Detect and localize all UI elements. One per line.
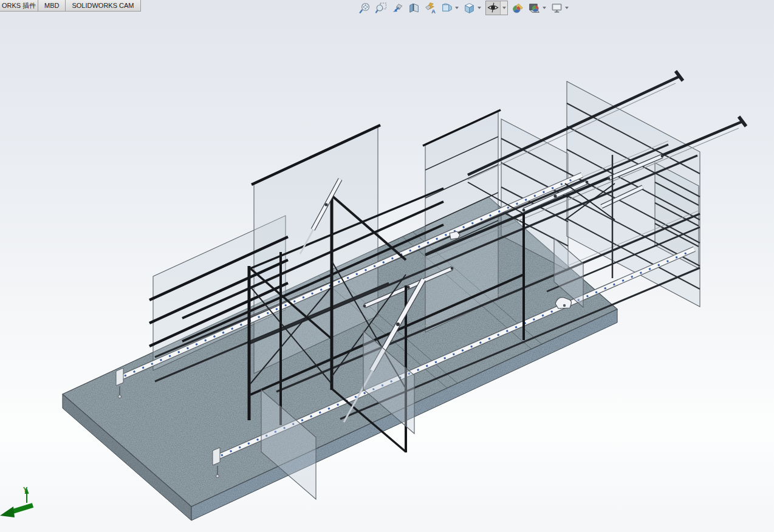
- graphics-viewport[interactable]: Y: [0, 0, 774, 532]
- hide-show-items-group: [485, 1, 508, 15]
- previous-view-icon[interactable]: [391, 2, 404, 15]
- zoom-to-fit-icon[interactable]: [358, 2, 371, 15]
- triad-y-label: Y: [23, 486, 28, 493]
- tab-mbd[interactable]: MBD: [38, 0, 66, 12]
- apply-scene-icon[interactable]: [528, 2, 541, 15]
- orientation-triad: Y: [0, 486, 33, 517]
- tab-solidworks-cam[interactable]: SOLIDWORKS CAM: [66, 0, 140, 12]
- view-orientation-dropdown[interactable]: [455, 7, 459, 9]
- apply-scene-dropdown[interactable]: [543, 7, 546, 9]
- tab-solidworks-addins[interactable]: ORKS 插件: [0, 0, 38, 12]
- heads-up-view-toolbar: A: [357, 1, 571, 15]
- dynamic-annotation-views-icon[interactable]: A: [424, 2, 437, 15]
- edit-appearance-icon[interactable]: [512, 2, 524, 15]
- hide-show-items-dropdown[interactable]: [500, 1, 507, 15]
- svg-text:A: A: [431, 7, 436, 14]
- view-settings-icon[interactable]: [550, 2, 563, 15]
- view-settings-dropdown[interactable]: [565, 7, 569, 9]
- display-style-dropdown[interactable]: [478, 7, 481, 9]
- command-manager-tabs: ORKS 插件 MBD SOLIDWORKS CAM: [0, 0, 141, 12]
- zoom-to-area-icon[interactable]: [375, 2, 388, 15]
- view-orientation-icon[interactable]: [440, 2, 453, 15]
- section-view-icon[interactable]: [408, 2, 420, 15]
- solidworks-window: ORKS 插件 MBD SOLIDWORKS CAM: [0, 0, 774, 532]
- display-style-icon[interactable]: [463, 2, 476, 15]
- hide-show-items-icon[interactable]: [487, 1, 499, 14]
